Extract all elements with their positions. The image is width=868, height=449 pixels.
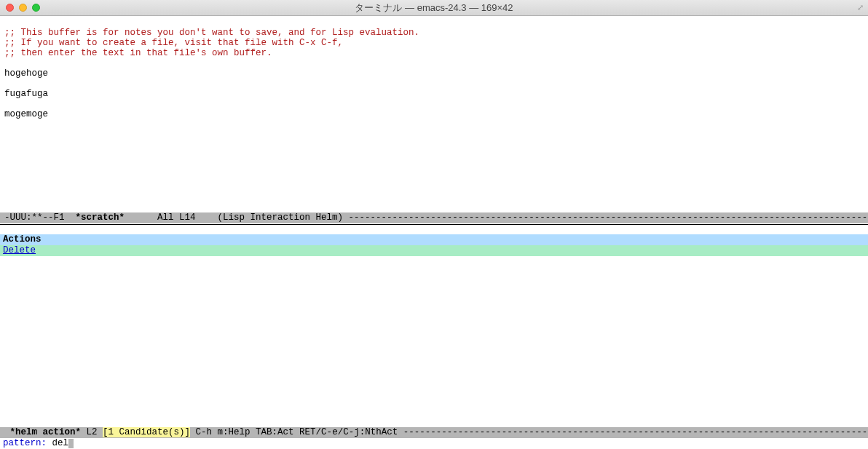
modeline-fill: ----------------------------------------… [349,212,868,223]
modeline-pad [4,427,10,437]
modeline-candidate-count: [1 Candidate(s)] [103,427,190,437]
resize-icon[interactable]: ⤢ [857,3,864,12]
minibuffer[interactable]: pattern: del [0,438,868,449]
comment-line: ;; This buffer is for notes you don't wa… [4,28,419,38]
traffic-lights [0,4,40,12]
modeline-help: C-h m:Help TAB:Act RET/C-e/C-j:NthAct [190,427,403,437]
buffer-text: fugafuga [4,89,48,99]
helm-separator [0,224,868,225]
cursor-icon [68,439,74,448]
helm-candidate[interactable]: Delete [0,245,868,256]
zoom-icon[interactable] [32,4,40,12]
modeline-scratch: -UUU:**--F1 *scratch* All L14 (Lisp Inte… [0,212,868,223]
scratch-buffer[interactable]: ;; This buffer is for notes you don't wa… [0,16,868,131]
modeline-helm: *helm action* L2 [1 Candidate(s)] C-h m:… [0,427,868,438]
modeline-mode: All L14 (Lisp Interaction Helm) [125,212,349,223]
buffer-text: hogehoge [4,68,48,79]
close-icon[interactable] [6,4,14,12]
minibuffer-prompt: pattern: [3,438,52,448]
comment-line: ;; then enter the text in that file's ow… [4,48,272,58]
helm-source-header: Actions [0,234,868,245]
modeline-buffer-name: *scratch* [76,212,125,223]
buffer-text: mogemoge [4,109,48,119]
comment-line: ;; If you want to create a file, visit t… [4,38,343,48]
modeline-status: -UUU:**--F1 [4,212,76,223]
modeline-line: L2 [81,427,103,437]
minibuffer-input: del [52,438,69,448]
window-title: ターミナル — emacs-24.3 — 169×42 [0,1,868,15]
minimize-icon[interactable] [19,4,27,12]
modeline-fill: ----------------------------------------… [403,427,868,437]
titlebar: ターミナル — emacs-24.3 — 169×42 ⤢ [0,0,868,16]
modeline-buffer-name: *helm action* [10,427,82,437]
